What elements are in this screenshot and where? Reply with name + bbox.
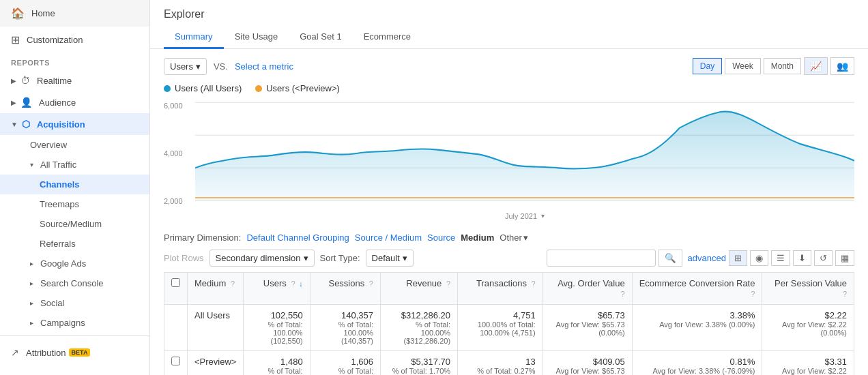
row-checkbox-preview[interactable] (171, 357, 180, 365)
home-icon: 🏠 (11, 7, 25, 20)
revenue-help-icon[interactable]: ? (446, 280, 450, 288)
per-session-help-icon[interactable]: ? (843, 290, 847, 298)
legend-item-all-users: Users (All Users) (164, 83, 242, 93)
table-view-button[interactable]: ▦ (835, 250, 854, 266)
legend-dot-users (164, 85, 171, 92)
dim-link-source[interactable]: Source (427, 232, 455, 243)
td-medium-preview: <Preview> (188, 351, 244, 376)
chevron-down-icon: ▾ (523, 232, 528, 243)
chart-wrapper: 6,000 4,000 2,000 (164, 99, 854, 208)
chevron-right-icon: ▶ (11, 99, 16, 106)
acquisition-icon: ⬡ (22, 119, 30, 130)
sidebar: 🏠 Home ⊞ Customization REPORTS ▶ ⏱ Realt… (0, 0, 150, 375)
table-search-input[interactable] (547, 250, 656, 267)
sidebar-sub-referrals[interactable]: Referrals (0, 234, 149, 254)
chevron-right-icon: ▸ (30, 319, 33, 327)
x-axis-label-area: July 2021 ▾ (505, 211, 545, 220)
reports-section-label: REPORTS (0, 53, 149, 70)
day-button[interactable]: Day (693, 58, 722, 74)
td-users-preview: 1,480 % of Total: 1.44% (102,550) (244, 351, 310, 376)
dim-link-source-medium[interactable]: Source / Medium (355, 232, 422, 243)
motion-chart-button[interactable]: 👥 (830, 57, 854, 75)
tab-summary[interactable]: Summary (164, 26, 224, 49)
table-row-all-users: All Users 102,550 % of Total: 100.00% (1… (164, 305, 854, 351)
metric-dropdown[interactable]: Users ▾ (164, 58, 207, 75)
td-users-all-users: 102,550 % of Total: 100.00% (102,550) (244, 305, 310, 351)
th-checkbox (164, 273, 188, 305)
td-transactions-preview: 13 % of Total: 0.27% (4,751) (458, 351, 543, 376)
td-ecommerce-preview: 0.81% Avg for View: 3.38% (-76.09%) (632, 351, 762, 376)
table-toolbar-left: Plot Rows Secondary dimension ▾ Sort Typ… (164, 250, 414, 267)
sessions-help-icon[interactable]: ? (369, 280, 373, 288)
x-label: July 2021 (505, 212, 537, 220)
data-table: Medium ? Users ? ↓ Sessions ? Revenue (164, 272, 854, 375)
sidebar-item-customization[interactable]: ⊞ Customization (0, 27, 149, 53)
legend-item-preview-users: Users (<Preview>) (255, 83, 340, 93)
sidebar-item-attribution[interactable]: ↗ Attribution BETA (0, 342, 149, 363)
sidebar-sub-treemaps[interactable]: Treemaps (0, 194, 149, 214)
table-toolbar-right: 🔍 advanced ⊞ ◉ ☰ ⬇ ↺ ▦ (547, 250, 854, 267)
chart-legend: Users (All Users) Users (<Preview>) (164, 83, 854, 93)
td-checkbox-preview (164, 351, 188, 376)
customization-icon: ⊞ (11, 33, 20, 46)
sidebar-sub-social[interactable]: ▸ Social (0, 293, 149, 313)
td-checkbox-all-users (164, 305, 188, 351)
chevron-right-icon: ▸ (30, 299, 33, 307)
filter-button[interactable]: ☰ (771, 250, 790, 266)
refresh-button[interactable]: ↺ (814, 250, 833, 266)
table-toolbar: Plot Rows Secondary dimension ▾ Sort Typ… (164, 250, 854, 267)
table-row-preview: <Preview> 1,480 % of Total: 1.44% (102,5… (164, 351, 854, 376)
chart-section: Users ▾ VS. Select a metric Day Week Mon… (150, 49, 868, 232)
sidebar-sub-overview[interactable]: Overview (0, 135, 149, 155)
grid-view-button[interactable]: ⊞ (729, 250, 747, 266)
primary-dim-label: Primary Dimension: (164, 232, 241, 243)
chevron-right-icon: ▶ (11, 77, 16, 85)
dim-link-medium[interactable]: Medium (461, 232, 494, 243)
tab-goal-set-1[interactable]: Goal Set 1 (289, 26, 352, 49)
users-help-icon[interactable]: ? (291, 280, 295, 288)
ecommerce-rate-help-icon[interactable]: ? (751, 290, 755, 298)
avg-order-help-icon[interactable]: ? (621, 290, 625, 298)
sidebar-sub-channels[interactable]: Channels (0, 175, 149, 194)
pie-view-button[interactable]: ◉ (750, 250, 768, 266)
sidebar-item-acquisition[interactable]: ▼ ⬡ Acquisition (0, 113, 149, 135)
tab-ecommerce[interactable]: Ecommerce (353, 26, 422, 49)
search-button[interactable]: 🔍 (659, 250, 682, 267)
th-per-session: Per Session Value ? (762, 273, 854, 305)
table-section: Primary Dimension: Default Channel Group… (150, 232, 868, 375)
sidebar-sub-source-medium[interactable]: Source/Medium (0, 214, 149, 234)
sort-arrow-users: ↓ (299, 280, 303, 288)
secondary-dimension-dropdown[interactable]: Secondary dimension ▾ (209, 250, 315, 267)
dim-other-dropdown[interactable]: Other ▾ (500, 232, 528, 243)
y-label-4000: 4,000 (164, 149, 194, 158)
x-label-dropdown-icon[interactable]: ▾ (541, 212, 545, 220)
medium-help-icon[interactable]: ? (231, 280, 235, 288)
td-sessions-preview: 1,606 % of Total: 1.14% (140,357) (310, 351, 380, 376)
advanced-link[interactable]: advanced (688, 253, 726, 263)
sort-type-dropdown[interactable]: Default ▾ (366, 250, 414, 267)
td-avg-order-preview: $409.05 Avg for View: $65.73 (522.32%) (542, 351, 632, 376)
sidebar-sub-campaigns[interactable]: ▸ Campaigns (0, 313, 149, 333)
th-ecommerce-rate: Ecommerce Conversion Rate ? (632, 273, 762, 305)
chevron-down-icon: ▼ (11, 121, 18, 128)
sidebar-item-realtime[interactable]: ▶ ⏱ Realtime (0, 70, 149, 91)
select-all-checkbox[interactable] (171, 278, 180, 287)
dim-link-default-channel[interactable]: Default Channel Grouping (246, 232, 349, 243)
collapse-button[interactable]: ⬇ (793, 250, 811, 266)
sidebar-sub-search-console[interactable]: ▸ Search Console (0, 273, 149, 293)
month-button[interactable]: Month (764, 58, 801, 74)
chevron-down-icon: ▾ (403, 253, 407, 263)
chevron-right-icon: ▸ (30, 280, 33, 287)
line-chart-button[interactable]: 📈 (804, 57, 828, 75)
sidebar-item-home[interactable]: 🏠 Home (0, 0, 149, 27)
attribution-icon: ↗ (11, 347, 19, 358)
transactions-help-icon[interactable]: ? (532, 280, 536, 288)
chevron-down-icon: ▾ (30, 161, 33, 168)
tab-site-usage[interactable]: Site Usage (224, 26, 289, 49)
select-metric-link[interactable]: Select a metric (235, 61, 293, 72)
week-button[interactable]: Week (725, 58, 760, 74)
sidebar-sub-all-traffic[interactable]: ▾ All Traffic (0, 155, 149, 175)
sidebar-sub-google-ads[interactable]: ▸ Google Ads (0, 254, 149, 273)
td-sessions-all-users: 140,357 % of Total: 100.00% (140,357) (310, 305, 380, 351)
sidebar-item-audience[interactable]: ▶ 👤 Audience (0, 91, 149, 113)
